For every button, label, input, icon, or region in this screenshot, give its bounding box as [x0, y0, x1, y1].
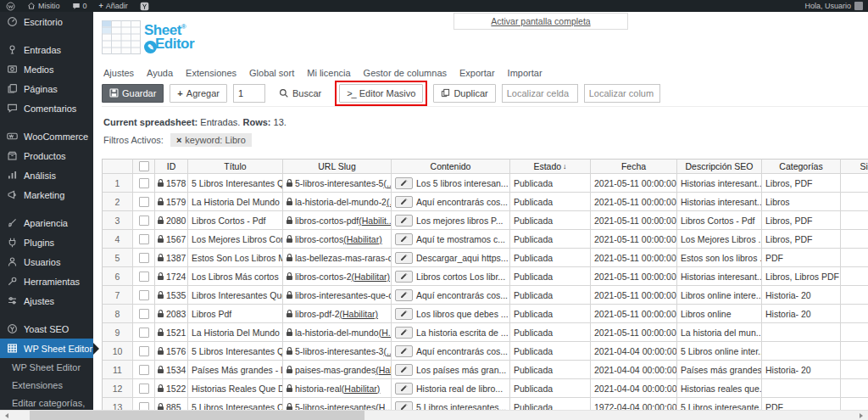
- open-editor-button[interactable]: [395, 271, 413, 283]
- sidebar-item-p-ginas[interactable]: Páginas: [0, 79, 93, 98]
- cell-categories[interactable]: PDF: [762, 249, 841, 267]
- row-number[interactable]: 3: [102, 211, 133, 230]
- sidebar-item-entradas[interactable]: Entradas: [0, 40, 93, 59]
- cell-id[interactable]: 1578: [155, 174, 188, 193]
- cell-seo[interactable]: 5 Libros interesante...: [677, 398, 762, 410]
- row-number[interactable]: 1: [102, 174, 133, 193]
- sidebar-item-yoast-seo[interactable]: Yoast SEO: [0, 319, 93, 339]
- row-number[interactable]: 7: [102, 286, 133, 305]
- sidebar-item-apariencia[interactable]: Apariencia: [0, 213, 93, 232]
- cell-categories[interactable]: Libros, PDF: [762, 174, 841, 193]
- cell-slug[interactable]: 5-libros-interesantes-5 (...: [283, 174, 392, 193]
- fullscreen-link[interactable]: Activar pantalla completa: [491, 16, 590, 26]
- cell-sin[interactable]: [841, 193, 868, 211]
- date-dropdown-icon[interactable]: ▼: [669, 216, 675, 222]
- cell-sin[interactable]: [841, 361, 868, 379]
- row-checkbox[interactable]: [139, 290, 149, 300]
- row-checkbox[interactable]: [139, 384, 149, 394]
- habilitar-link[interactable]: (H...: [379, 328, 392, 338]
- cell-title[interactable]: Los Libros Más cortos: [188, 267, 283, 286]
- cell-sin[interactable]: [841, 379, 868, 398]
- cell-id[interactable]: 1579: [155, 193, 188, 211]
- cell-title[interactable]: 5 Libros Interesantes Qu...: [188, 174, 283, 193]
- cell-slug[interactable]: las-bellezas-mas-raras-q...: [283, 249, 392, 267]
- habilitar-link[interactable]: (Habilitar): [342, 384, 381, 394]
- cell-date[interactable]: 2021-05-11 00:00:00▼: [591, 211, 677, 230]
- row-checkbox[interactable]: [139, 216, 149, 226]
- cell-date[interactable]: 2021-05-11 00:00:00▼: [591, 305, 677, 323]
- col-header-sin[interactable]: Sin: [841, 159, 868, 174]
- tab-mi-licencia[interactable]: Mi licencia: [307, 68, 350, 78]
- col-header-status[interactable]: Estado↓: [510, 159, 591, 174]
- habilitar-link[interactable]: (Habilit...: [359, 216, 392, 226]
- sidebar-item-plugins[interactable]: Plugins: [0, 232, 93, 252]
- cell-categories[interactable]: Historia- 20: [762, 305, 841, 323]
- sidebar-item-herramientas[interactable]: Herramientas: [0, 272, 93, 291]
- cell-sin[interactable]: [841, 174, 868, 193]
- row-select[interactable]: [133, 286, 155, 305]
- cell-content[interactable]: La historia escrita de ...: [392, 323, 510, 342]
- cell-status[interactable]: Publicada: [510, 361, 591, 379]
- row-select[interactable]: [133, 230, 155, 249]
- tab-gestor-de-columnas[interactable]: Gestor de columnas: [364, 68, 447, 78]
- row-select[interactable]: [133, 379, 155, 398]
- col-header-seo[interactable]: Descripción SEO: [677, 159, 762, 174]
- cell-content[interactable]: Descargar_aqui https...: [392, 249, 510, 267]
- cell-content[interactable]: Los libros que debes ...: [392, 305, 510, 323]
- cell-date[interactable]: 2021-04-04 00:00:00▼: [591, 342, 677, 361]
- sidebar-item-escritorio[interactable]: Escritorio: [0, 12, 93, 31]
- cell-slug[interactable]: libros-cortos-pdf (Habilit...: [283, 211, 392, 230]
- cell-id[interactable]: 885: [155, 398, 188, 410]
- row-number[interactable]: 5: [102, 249, 133, 267]
- cell-content[interactable]: Libros cortos Los libr...: [392, 267, 510, 286]
- date-dropdown-icon[interactable]: ▼: [669, 384, 675, 390]
- scrollbar-thumb[interactable]: [30, 411, 364, 420]
- date-dropdown-icon[interactable]: ▼: [669, 254, 675, 260]
- cell-categories[interactable]: [762, 342, 841, 361]
- wp-logo-icon[interactable]: [0, 0, 21, 12]
- cell-slug[interactable]: 5-libros-interesantes-3 (...: [283, 342, 392, 361]
- cell-seo[interactable]: Libros online: [677, 305, 762, 323]
- cell-slug[interactable]: libros-pdf-2 (Habilitar): [283, 305, 392, 323]
- open-editor-button[interactable]: [395, 383, 413, 395]
- cell-id[interactable]: 1387: [155, 249, 188, 267]
- date-dropdown-icon[interactable]: ▼: [669, 198, 675, 204]
- cell-categories[interactable]: [762, 323, 841, 342]
- add-rows-button[interactable]: + Agregar: [170, 84, 227, 103]
- cell-sin[interactable]: [841, 211, 868, 230]
- cell-id[interactable]: 1724: [155, 267, 188, 286]
- row-select[interactable]: [133, 323, 155, 342]
- habilitar-link[interactable]: (...: [383, 178, 392, 188]
- cell-sin[interactable]: [841, 323, 868, 342]
- open-editor-button[interactable]: [395, 233, 413, 245]
- cell-seo[interactable]: Estos son los libros ...: [677, 249, 762, 267]
- habilitar-link[interactable]: (Habilitar): [352, 272, 391, 282]
- cell-categories[interactable]: Historia- 20: [762, 361, 841, 379]
- cell-id[interactable]: 1576: [155, 342, 188, 361]
- cell-id[interactable]: 1522: [155, 379, 188, 398]
- tab-exportar[interactable]: Exportar: [459, 68, 495, 78]
- cell-categories[interactable]: PDF: [762, 398, 841, 410]
- cell-seo[interactable]: Libros Cortos - Pdf: [677, 211, 762, 230]
- cell-title[interactable]: Libros Interesantes Que ...: [188, 286, 283, 305]
- date-dropdown-icon[interactable]: ▼: [669, 347, 675, 353]
- cell-status[interactable]: Publicada: [510, 174, 591, 193]
- row-number[interactable]: 12: [102, 379, 133, 398]
- date-dropdown-icon[interactable]: ▼: [669, 403, 675, 409]
- remove-filter-icon[interactable]: ×: [176, 135, 181, 145]
- habilitar-link[interactable]: (...: [383, 346, 392, 356]
- cell-sin[interactable]: [841, 267, 868, 286]
- row-checkbox[interactable]: [139, 178, 149, 188]
- open-editor-button[interactable]: [395, 327, 413, 339]
- col-header-cats[interactable]: Categorías: [762, 159, 841, 174]
- cell-status[interactable]: Publicada: [510, 398, 591, 410]
- open-editor-button[interactable]: [395, 345, 413, 357]
- scroll-left-arrow[interactable]: [0, 411, 14, 420]
- sidebar-item-an-lisis[interactable]: Análisis: [0, 165, 93, 185]
- cell-status[interactable]: Publicada: [510, 342, 591, 361]
- date-dropdown-icon[interactable]: ▼: [669, 291, 675, 297]
- user-avatar[interactable]: [854, 2, 863, 10]
- row-number[interactable]: 4: [102, 230, 133, 249]
- sidebar-item-comentarios[interactable]: Comentarios: [0, 98, 93, 118]
- locate-cell-input[interactable]: [502, 84, 578, 103]
